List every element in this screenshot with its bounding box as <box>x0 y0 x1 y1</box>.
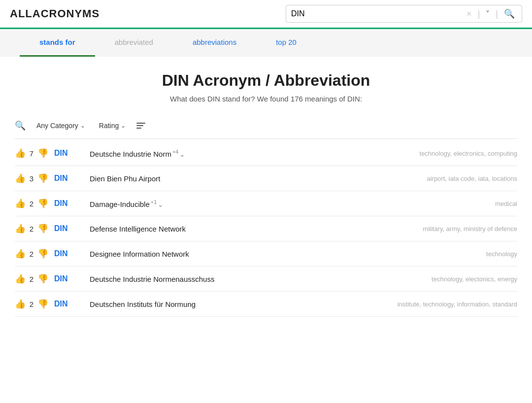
table-row: 👍 7 👎 DIN Deutsche Industrie Norm+4⌄ tec… <box>15 141 517 166</box>
search-button[interactable]: 🔍 <box>502 8 517 19</box>
meaning-text: Deutschen Instituts für Normung <box>90 300 379 308</box>
rating-filter[interactable]: Rating ⌄ <box>96 120 129 132</box>
rating-label: Rating <box>99 122 119 130</box>
vote-count: 7 <box>28 149 35 158</box>
acronym-link[interactable]: DIN <box>54 224 84 233</box>
category-chevron-icon: ⌄ <box>80 122 85 129</box>
rating-chevron-icon: ⌄ <box>121 122 126 129</box>
thumbs-down-icon[interactable]: 👎 <box>37 173 48 184</box>
separator2: | <box>496 9 498 19</box>
categories-text: institute, technology, information, stan… <box>379 301 517 308</box>
tab-abbreviated[interactable]: abbreviated <box>95 29 173 57</box>
expand-button[interactable]: ⌄ <box>179 150 185 158</box>
vote-area: 👍 2 👎 <box>15 299 54 309</box>
thumbs-up-icon[interactable]: 👍 <box>15 173 26 184</box>
vote-count: 2 <box>28 250 35 258</box>
thumbs-down-icon[interactable]: 👎 <box>37 299 48 309</box>
vote-area: 👍 2 👎 <box>15 198 54 209</box>
sort-line-2 <box>136 125 143 126</box>
sort-line-3 <box>136 128 141 129</box>
acronym-link[interactable]: DIN <box>54 199 84 208</box>
meaning-text: Deutsche Industrie Normenausschuss <box>90 275 379 283</box>
thumbs-down-icon[interactable]: 👎 <box>37 198 48 209</box>
tab-stands-for[interactable]: stands for <box>20 29 95 57</box>
vote-area: 👍 3 👎 <box>15 173 54 184</box>
thumbs-up-icon[interactable]: 👍 <box>15 248 26 259</box>
acronym-link[interactable]: DIN <box>54 274 84 283</box>
vote-count: 2 <box>28 275 35 283</box>
table-row: 👍 2 👎 DIN Defense Intelligence Network m… <box>15 216 517 241</box>
filter-bar: 🔍 Any Category ⌄ Rating ⌄ <box>15 115 517 139</box>
meaning-text: Damage-Inducible+1⌄ <box>90 199 379 208</box>
vote-area: 👍 2 👎 <box>15 273 54 284</box>
sort-filter[interactable] <box>136 123 145 129</box>
vote-area: 👍 2 👎 <box>15 223 54 234</box>
thumbs-up-icon[interactable]: 👍 <box>15 273 26 284</box>
vote-area: 👍 7 👎 <box>15 148 54 159</box>
tabs-area: stands for abbreviated abbreviations top… <box>0 29 532 57</box>
categories-text: technology <box>379 250 517 258</box>
vote-count: 3 <box>28 174 35 183</box>
search-bar: × | ˅ | 🔍 <box>286 5 522 23</box>
thumbs-up-icon[interactable]: 👍 <box>15 223 26 234</box>
alt-count: +1 <box>151 199 157 205</box>
thumbs-up-icon[interactable]: 👍 <box>15 299 26 309</box>
categories-text: airport, iata code, iata, locations <box>379 175 517 182</box>
sort-line-1 <box>136 123 145 124</box>
separator: | <box>478 9 480 19</box>
tab-abbreviations[interactable]: abbreviations <box>173 29 256 57</box>
acronym-link[interactable]: DIN <box>54 174 84 183</box>
vote-area: 👍 2 👎 <box>15 248 54 259</box>
alt-count: +4 <box>172 149 179 155</box>
vote-count: 2 <box>28 225 35 233</box>
vote-count: 2 <box>28 300 35 308</box>
meaning-text: Designee Information Network <box>90 250 379 258</box>
tab-top20[interactable]: top 20 <box>256 29 316 57</box>
vote-count: 2 <box>28 200 35 208</box>
page-subtitle: What does DIN stand for? We found 176 me… <box>15 95 517 103</box>
expand-button[interactable]: ⌄ <box>158 201 164 208</box>
categories-text: military, army, ministry of defence <box>379 225 517 233</box>
acronym-link[interactable]: DIN <box>54 149 84 158</box>
search-input[interactable] <box>291 9 461 18</box>
main-content: DIN Acronym / Abbreviation What does DIN… <box>5 57 527 327</box>
thumbs-down-icon[interactable]: 👎 <box>37 148 48 159</box>
clear-button[interactable]: × <box>465 9 474 19</box>
categories-text: technology, electonics, energy <box>379 275 517 283</box>
categories-text: technology, electronics, computing <box>379 150 517 157</box>
table-row: 👍 3 👎 DIN Dien Bien Phu Airport airport,… <box>15 166 517 191</box>
acronym-link[interactable]: DIN <box>54 300 84 308</box>
meaning-text: Deutsche Industrie Norm+4⌄ <box>90 149 379 158</box>
table-row: 👍 2 👎 DIN Deutschen Instituts für Normun… <box>15 292 517 317</box>
page-title: DIN Acronym / Abbreviation <box>15 71 517 90</box>
filter-search-icon: 🔍 <box>15 120 26 131</box>
thumbs-down-icon[interactable]: 👎 <box>37 223 48 234</box>
thumbs-up-icon[interactable]: 👍 <box>15 148 26 159</box>
table-row: 👍 2 👎 DIN Damage-Inducible+1⌄ medical <box>15 191 517 216</box>
thumbs-down-icon[interactable]: 👎 <box>37 248 48 259</box>
categories-text: medical <box>379 200 517 207</box>
meaning-text: Defense Intelligence Network <box>90 225 379 233</box>
results-list: 👍 7 👎 DIN Deutsche Industrie Norm+4⌄ tec… <box>15 141 517 317</box>
table-row: 👍 2 👎 DIN Deutsche Industrie Normenaussc… <box>15 267 517 292</box>
site-logo: ALLACRONYMS <box>10 7 100 20</box>
category-filter[interactable]: Any Category ⌄ <box>33 120 88 132</box>
table-row: 👍 2 👎 DIN Designee Information Network t… <box>15 241 517 267</box>
thumbs-up-icon[interactable]: 👍 <box>15 198 26 209</box>
thumbs-down-icon[interactable]: 👎 <box>37 273 48 284</box>
top-bar: ALLACRONYMS × | ˅ | 🔍 <box>0 0 532 29</box>
acronym-link[interactable]: DIN <box>54 249 84 258</box>
category-label: Any Category <box>36 122 78 130</box>
meaning-text: Dien Bien Phu Airport <box>90 174 379 183</box>
dropdown-button[interactable]: ˅ <box>484 9 492 19</box>
